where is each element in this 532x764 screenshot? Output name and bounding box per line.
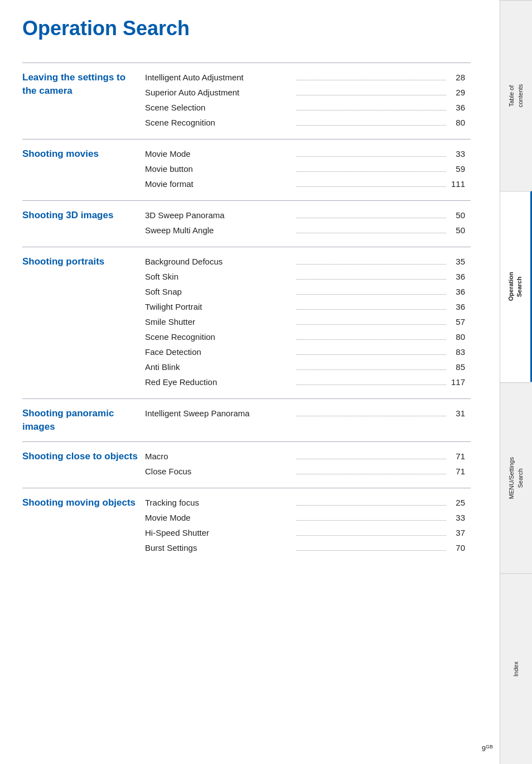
entry-dots [297,279,446,280]
entry-dots [297,264,446,265]
section-entries-shooting-close-to-objects: Macro71Close Focus71 [145,441,471,488]
entry-page: 80 [448,330,465,344]
entry-line: Hi-Speed Shutter37 [145,526,465,540]
entry-line: Face Detection83 [145,345,465,359]
entry-page: 70 [448,541,465,555]
section-row-shooting-close-to-objects: Shooting close to objectsMacro71Close Fo… [22,441,471,488]
entry-line: Tracking focus25 [145,496,465,510]
entry-line: Close Focus71 [145,465,465,478]
entry-line: Smile Shutter57 [145,315,465,329]
entry-dots [297,505,446,506]
section-entries-shooting-portraits: Background Defocus35Soft Skin36Soft Snap… [145,247,471,399]
entry-dots [297,95,446,95]
section-entries-shooting-moving-objects: Tracking focus25Movie Mode33Hi-Speed Shu… [145,488,471,564]
entry-text: Scene Selection [145,101,294,114]
entry-dots [297,218,446,218]
entry-text: Movie button [145,162,294,176]
entry-dots [297,156,446,157]
entry-dots [297,186,446,187]
entry-text: Hi-Speed Shutter [145,526,294,540]
entry-page: 50 [448,224,465,237]
entry-page: 29 [448,86,465,99]
entry-page: 80 [448,116,465,129]
entry-line: 3D Sweep Panorama50 [145,209,465,222]
entry-page: 31 [448,407,465,420]
section-row-shooting-movies: Shooting moviesMovie Mode33Movie button5… [22,140,471,201]
entry-dots [297,339,446,340]
entry-page: 57 [448,315,465,329]
entry-page: 71 [448,465,465,478]
entry-page: 36 [448,285,465,299]
section-label-shooting-close-to-objects: Shooting close to objects [22,441,145,488]
entry-page: 71 [448,450,465,463]
section-entries-shooting-panoramic-images: Intelligent Sweep Panorama31 [145,399,471,442]
entry-page: 36 [448,300,465,314]
entry-line: Scene Recognition80 [145,330,465,344]
entry-page: 33 [448,147,465,161]
entry-page: 37 [448,526,465,540]
entry-text: Intelligent Sweep Panorama [145,407,294,420]
entry-text: Twilight Portrait [145,300,294,314]
sidebar-tab-menu-settings[interactable]: MENU/SettingsSearch [500,382,532,573]
entry-text: Scene Recognition [145,330,294,344]
entry-dots [297,354,446,355]
section-label-leaving-settings: Leaving the settings to the camera [22,63,145,140]
entry-line: Movie Mode33 [145,147,465,161]
entry-page: 36 [448,101,465,114]
entry-page: 117 [448,376,465,389]
entry-page: 36 [448,270,465,284]
entry-line: Scene Recognition80 [145,116,465,129]
entry-line: Movie button59 [145,162,465,176]
entry-page: 111 [448,177,465,191]
entry-text: Soft Snap [145,285,294,299]
entry-page: 85 [448,361,465,374]
entry-dots [297,233,446,233]
entry-dots [297,385,446,385]
entry-page: 35 [448,255,465,268]
entry-dots [297,474,446,474]
section-entries-leaving-settings: Intelligent Auto Adjustment28Superior Au… [145,63,471,140]
section-label-shooting-3d-images: Shooting 3D images [22,201,145,247]
entry-page: 83 [448,345,465,359]
entry-text: Movie Mode [145,147,294,161]
sidebar-tab-index[interactable]: Index [500,573,532,764]
section-label-shooting-movies: Shooting movies [22,140,145,201]
entry-line: Soft Snap36 [145,285,465,299]
entry-page: 25 [448,496,465,510]
entry-line: Scene Selection36 [145,101,465,114]
entry-dots [297,125,446,126]
entry-text: Scene Recognition [145,116,294,129]
entry-line: Movie Mode33 [145,511,465,525]
sidebar-tab-operation-search[interactable]: OperationSearch [500,191,532,382]
entry-line: Anti Blink85 [145,361,465,374]
sidebar-tab-table-of-contents[interactable]: Table ofcontents [500,0,532,191]
entry-dots [297,110,446,110]
entry-dots [297,171,446,172]
entry-text: Smile Shutter [145,315,294,329]
entry-text: Intelligent Auto Adjustment [145,71,294,84]
entry-line: Movie format111 [145,177,465,191]
section-row-shooting-portraits: Shooting portraitsBackground Defocus35So… [22,247,471,399]
entry-line: Red Eye Reduction117 [145,376,465,389]
entry-text: Face Detection [145,345,294,359]
main-content: Operation Search Leaving the settings to… [0,0,499,587]
entry-text: Movie format [145,177,294,191]
entry-text: Soft Skin [145,270,294,284]
entry-line: Twilight Portrait36 [145,300,465,314]
entry-text: Movie Mode [145,511,294,525]
entry-page: 28 [448,71,465,84]
entry-line: Intelligent Auto Adjustment28 [145,71,465,84]
entry-text: Close Focus [145,465,294,478]
entry-line: Intelligent Sweep Panorama31 [145,407,465,420]
section-entries-shooting-movies: Movie Mode33Movie button59Movie format11… [145,140,471,201]
entry-text: Tracking focus [145,496,294,510]
entry-dots [297,309,446,310]
section-label-shooting-panoramic-images: Shooting panoramic images [22,399,145,442]
section-row-shooting-moving-objects: Shooting moving objectsTracking focus25M… [22,488,471,564]
entry-page: 59 [448,162,465,176]
entry-line: Soft Skin36 [145,270,465,284]
entry-text: Sweep Multi Angle [145,224,294,237]
section-row-shooting-3d-images: Shooting 3D images3D Sweep Panorama50Swe… [22,201,471,247]
entry-dots [297,80,446,80]
page-title: Operation Search [22,17,471,46]
